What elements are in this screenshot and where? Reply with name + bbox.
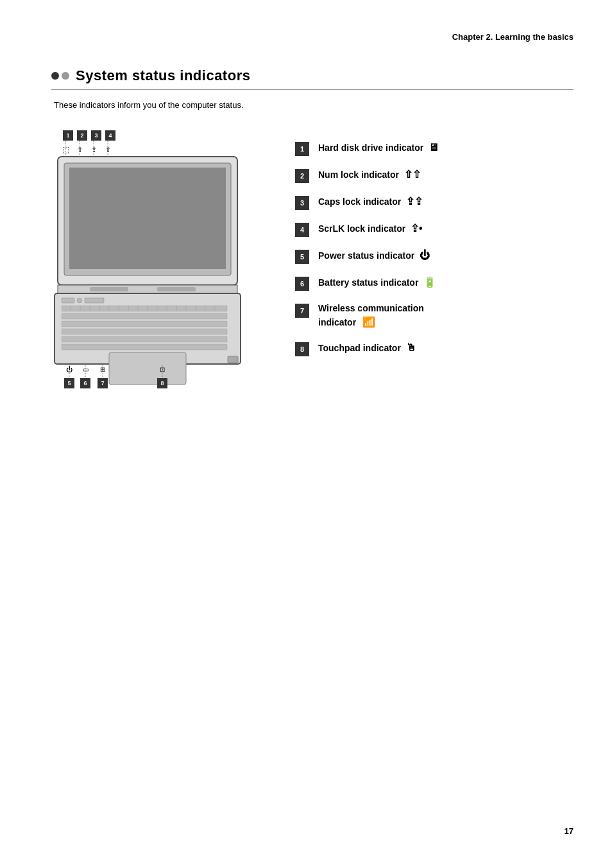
scrlk-icon: ⇪•: [411, 223, 423, 234]
page-number: 17: [565, 826, 574, 836]
indicator-label-2: Num lock indicator ⇧⇧: [318, 168, 421, 182]
svg-rect-26: [62, 336, 227, 342]
svg-rect-25: [62, 329, 227, 334]
section-description: These indicators inform you of the compu…: [54, 100, 574, 110]
svg-point-20: [77, 298, 82, 303]
svg-rect-14: [69, 168, 226, 269]
chapter-title: Chapter 2. Learning the basics: [452, 32, 574, 42]
page-container: Chapter 2. Learning the basics System st…: [0, 0, 612, 868]
svg-rect-44: [109, 352, 186, 385]
indicator-badge-1: 1: [295, 142, 309, 156]
indicator-label-7: Wireless communicationindicator 📶: [318, 302, 424, 329]
svg-text:⊡: ⊡: [160, 366, 165, 373]
indicators-list: 1 Hard disk drive indicator 🖥 2 Num lock…: [295, 128, 574, 356]
svg-rect-21: [85, 298, 104, 303]
indicator-label-5: Power status indicator ⏻: [318, 248, 430, 263]
indicator-badge-6: 6: [295, 277, 309, 291]
svg-text:▭: ▭: [83, 366, 89, 373]
svg-rect-22: [62, 306, 227, 311]
indicator-item-1: 1 Hard disk drive indicator 🖥: [295, 141, 574, 156]
wireless-icon: 📶: [361, 317, 375, 327]
touchpad-icon: 🖱: [406, 342, 416, 353]
indicator-label-8: Touchpad indicator 🖱: [318, 341, 416, 355]
numlock-icon: ⇧⇧: [404, 169, 421, 180]
svg-rect-24: [62, 321, 227, 327]
dot-1: [51, 72, 59, 80]
svg-rect-27: [62, 344, 227, 350]
indicator-badge-4: 4: [295, 223, 309, 237]
svg-text:4: 4: [108, 132, 112, 139]
indicator-item-4: 4 ScrLK lock indicator ⇪•: [295, 221, 574, 237]
svg-text:5: 5: [67, 380, 71, 386]
indicator-label-1: Hard disk drive indicator 🖥: [318, 141, 439, 155]
svg-text:8: 8: [160, 380, 164, 386]
battery-icon: 🔋: [423, 277, 436, 288]
svg-rect-15: [58, 285, 237, 294]
indicator-badge-5: 5: [295, 250, 309, 264]
svg-rect-17: [157, 287, 196, 291]
content-area: 1 2 3 4 ⬚ ⇧ ⇪ ⇧: [51, 128, 574, 400]
section-title: System status indicators: [76, 67, 250, 84]
power-icon: ⏻: [420, 250, 430, 261]
dot-2: [62, 72, 69, 80]
indicator-item-2: 2 Num lock indicator ⇧⇧: [295, 168, 574, 183]
indicator-badge-2: 2: [295, 169, 309, 183]
indicator-item-7: 7 Wireless communicationindicator 📶: [295, 302, 574, 329]
indicator-label-6: Battery status indicator 🔋: [318, 275, 436, 290]
indicator-badge-7: 7: [295, 304, 309, 318]
laptop-svg: 1 2 3 4 ⬚ ⇧ ⇪ ⇧: [51, 128, 257, 397]
indicator-badge-3: 3: [295, 196, 309, 210]
svg-text:3: 3: [94, 132, 98, 139]
page-header: Chapter 2. Learning the basics: [51, 32, 574, 42]
laptop-illustration: 1 2 3 4 ⬚ ⇧ ⇪ ⇧: [51, 128, 269, 400]
svg-text:1: 1: [66, 132, 69, 139]
svg-rect-16: [90, 287, 128, 291]
hdd-icon: 🖥: [429, 142, 439, 153]
indicator-item-5: 5 Power status indicator ⏻: [295, 248, 574, 264]
svg-text:⊞: ⊞: [100, 366, 105, 373]
indicator-label-3: Caps lock indicator ⇪⇪: [318, 195, 423, 209]
svg-rect-45: [228, 356, 238, 363]
svg-text:⏻: ⏻: [66, 366, 72, 373]
svg-rect-19: [62, 298, 74, 303]
section-header: System status indicators: [51, 67, 574, 90]
indicator-badge-8: 8: [295, 342, 309, 356]
section-dots: [51, 72, 69, 80]
indicator-item-3: 3 Caps lock indicator ⇪⇪: [295, 195, 574, 210]
svg-text:7: 7: [101, 380, 104, 386]
svg-text:2: 2: [80, 132, 83, 139]
svg-rect-23: [62, 313, 227, 319]
capslock-icon: ⇪⇪: [406, 196, 423, 207]
svg-text:6: 6: [83, 380, 87, 386]
indicator-item-8: 8 Touchpad indicator 🖱: [295, 341, 574, 356]
indicator-label-4: ScrLK lock indicator ⇪•: [318, 221, 423, 236]
indicator-item-6: 6 Battery status indicator 🔋: [295, 275, 574, 291]
